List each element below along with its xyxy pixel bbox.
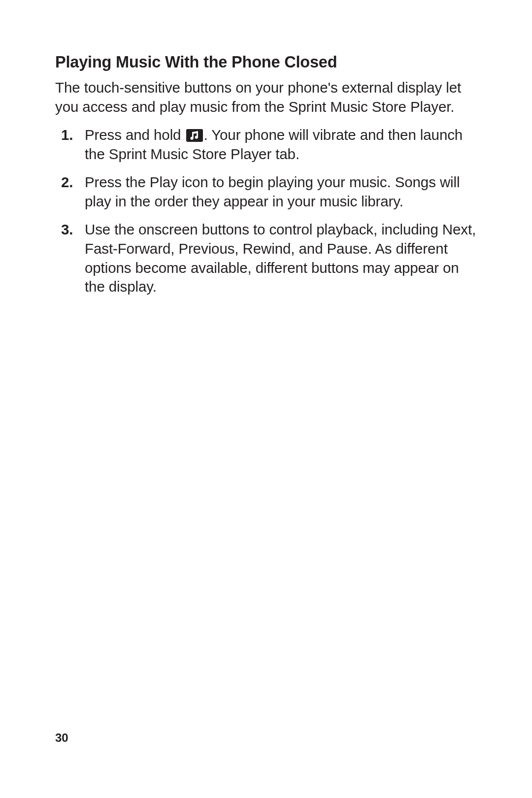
step-3: 3. Use the onscreen buttons to control p… xyxy=(85,220,479,297)
step-1-text-pre: Press and hold xyxy=(85,127,185,143)
page-content: Playing Music With the Phone Closed The … xyxy=(55,53,479,305)
intro-paragraph: The touch-sensitive buttons on your phon… xyxy=(55,78,479,117)
step-2: 2. Press the Play icon to begin playing … xyxy=(85,173,479,211)
step-2-number: 2. xyxy=(61,173,73,192)
step-1: 1. Press and hold . Your phone will vibr… xyxy=(85,126,479,164)
step-1-number: 1. xyxy=(61,126,73,145)
svg-rect-0 xyxy=(186,129,203,142)
steps-list: 1. Press and hold . Your phone will vibr… xyxy=(55,126,479,297)
page-number: 30 xyxy=(55,731,68,745)
step-2-text: Press the Play icon to begin playing you… xyxy=(85,174,460,209)
section-heading: Playing Music With the Phone Closed xyxy=(55,53,479,71)
step-3-text: Use the onscreen buttons to control play… xyxy=(85,221,476,295)
step-3-number: 3. xyxy=(61,220,73,239)
music-icon xyxy=(186,128,203,140)
